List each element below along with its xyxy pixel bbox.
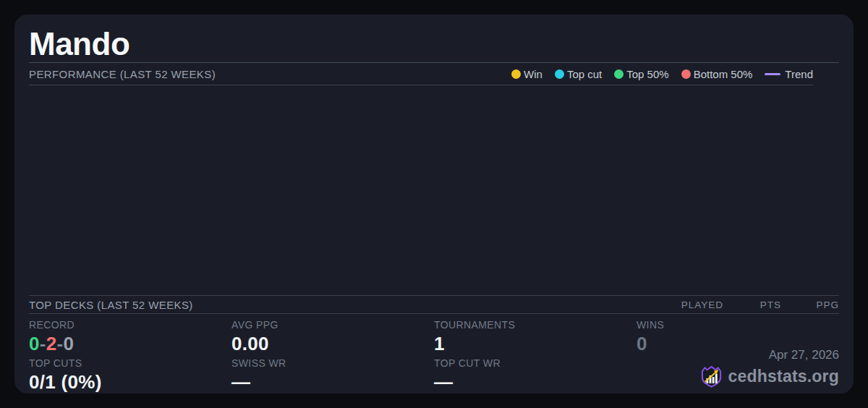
stat-top-cut-wr: TOP CUT WR —	[434, 352, 637, 393]
stat-swiss-wr: SWISS WR —	[231, 352, 434, 393]
brand-name: cedhstats.org	[728, 367, 839, 386]
cedhstats-shield-logo-icon	[700, 365, 723, 388]
stat-tournaments-value: 1	[434, 333, 637, 354]
stat-top-cuts-value: 0/1 (0%)	[29, 372, 231, 393]
legend-item-top-50: Top 50%	[614, 68, 668, 80]
performance-section-label: PERFORMANCE (LAST 52 WEEKS)	[29, 68, 216, 80]
legend-item-bottom-50: Bottom 50%	[681, 68, 753, 80]
performance-chart-area	[29, 85, 813, 295]
stat-record: RECORD 0-2-0	[29, 314, 231, 352]
stat-top-cut-wr-value: —	[434, 372, 637, 393]
stat-avg-ppg-value: 0.00	[231, 333, 434, 354]
top-decks-header-row: TOP DECKS (LAST 52 WEEKS) PLAYED PTS PPG	[29, 295, 839, 314]
legend-item-win: Win	[511, 68, 542, 80]
stat-wins: WINS 0	[637, 314, 839, 352]
stat-avg-ppg: AVG PPG 0.00	[231, 314, 434, 352]
legend-label-top-cut: Top cut	[567, 68, 602, 80]
chart-legend: Win Top cut Top 50% Bottom 50% Trend	[511, 68, 813, 80]
performance-header-row: PERFORMANCE (LAST 52 WEEKS) Win Top cut …	[29, 63, 839, 85]
legend-label-trend: Trend	[785, 68, 813, 80]
stat-top-cuts: TOP CUTS 0/1 (0%)	[29, 352, 231, 393]
record-separator: -	[40, 333, 46, 354]
column-header-played: PLAYED	[665, 299, 723, 310]
stat-top-cut-wr-label: TOP CUT WR	[434, 357, 637, 370]
legend-label-top-50: Top 50%	[626, 68, 668, 80]
brand-row: cedhstats.org	[700, 365, 839, 388]
top-decks-section-label: TOP DECKS (LAST 52 WEEKS)	[29, 299, 193, 311]
stat-tournaments: TOURNAMENTS 1	[434, 314, 637, 352]
stat-swiss-wr-value: —	[231, 372, 434, 393]
legend-label-bottom-50: Bottom 50%	[694, 68, 753, 80]
top-cut-dot-icon	[555, 69, 564, 79]
footer: Apr 27, 2026 cedhstats.org	[700, 348, 839, 388]
legend-label-win: Win	[524, 68, 542, 80]
record-wins: 0	[29, 333, 40, 354]
stat-avg-ppg-label: AVG PPG	[231, 319, 434, 331]
win-dot-icon	[511, 69, 521, 79]
top-decks-column-headers: PLAYED PTS PPG	[665, 299, 839, 310]
record-losses: 2	[46, 333, 57, 354]
stat-record-value: 0-2-0	[29, 333, 231, 354]
column-header-pts: PTS	[723, 299, 781, 310]
column-header-ppg: PPG	[781, 299, 839, 310]
stat-wins-label: WINS	[637, 319, 839, 331]
stat-record-label: RECORD	[29, 319, 231, 331]
stat-top-cuts-label: TOP CUTS	[29, 357, 231, 370]
record-draws: 0	[63, 333, 74, 354]
player-stats-card: Mando PERFORMANCE (LAST 52 WEEKS) Win To…	[14, 14, 854, 394]
legend-item-top-cut: Top cut	[555, 68, 602, 80]
trend-line-icon	[765, 73, 780, 75]
bottom-50-dot-icon	[681, 69, 691, 79]
stat-swiss-wr-label: SWISS WR	[231, 357, 434, 370]
stat-tournaments-label: TOURNAMENTS	[434, 319, 637, 331]
top-50-dot-icon	[614, 69, 624, 79]
report-date: Apr 27, 2026	[700, 348, 839, 362]
page-title: Mando	[29, 26, 839, 62]
legend-item-trend: Trend	[765, 68, 813, 80]
